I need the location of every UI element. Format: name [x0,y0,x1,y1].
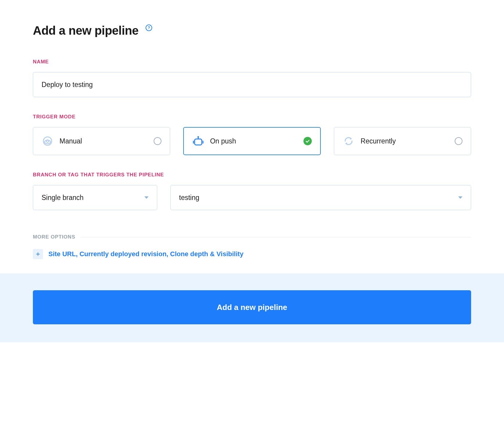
page-title: Add a new pipeline [33,24,138,37]
add-pipeline-button[interactable]: Add a new pipeline [33,290,471,324]
page-header: Add a new pipeline ? [33,24,471,37]
chevron-down-icon [144,196,149,199]
more-options-label: MORE OPTIONS [33,234,75,240]
trigger-label: TRIGGER MODE [33,114,471,120]
more-options-expand[interactable]: + Site URL, Currently deployed revision,… [33,249,471,259]
name-label: NAME [33,59,471,65]
select-value: testing [179,194,199,202]
svg-marker-9 [345,143,347,145]
trigger-option-manual[interactable]: Manual [33,127,170,155]
trigger-row: Manual On push [33,127,471,155]
trigger-section: TRIGGER MODE Manual [33,114,471,155]
pipeline-name-input[interactable] [33,72,471,97]
svg-point-2 [46,140,49,142]
branch-section: BRANCH OR TAG THAT TRIGGERS THE PIPELINE… [33,172,471,210]
svg-rect-5 [195,139,202,145]
check-icon [303,137,312,145]
select-value: Single branch [42,194,84,202]
help-icon[interactable]: ? [146,25,152,31]
name-section: NAME [33,59,471,97]
divider [81,237,471,237]
manual-icon [42,135,54,147]
radio-circle-icon [154,137,161,145]
trigger-option-label: On push [210,137,304,145]
branch-row: Single branch testing [33,185,471,210]
trigger-option-recurrently[interactable]: Recurrently [334,127,471,155]
footer: Add a new pipeline [0,273,504,342]
svg-point-3 [197,136,199,138]
trigger-option-label: Recurrently [361,137,455,145]
branch-label: BRANCH OR TAG THAT TRIGGERS THE PIPELINE [33,172,471,178]
trigger-option-on-push[interactable]: On push [183,127,321,155]
plus-icon: + [33,249,43,259]
more-options-link: Site URL, Currently deployed revision, C… [48,250,243,258]
robot-icon [192,135,204,147]
svg-marker-8 [350,137,352,140]
more-options-header: MORE OPTIONS [33,234,471,240]
branch-type-select[interactable]: Single branch [33,185,157,210]
branch-name-select[interactable]: testing [170,185,471,210]
refresh-icon [343,135,355,147]
radio-circle-icon [455,137,462,145]
chevron-down-icon [458,196,462,199]
trigger-option-label: Manual [59,137,154,145]
